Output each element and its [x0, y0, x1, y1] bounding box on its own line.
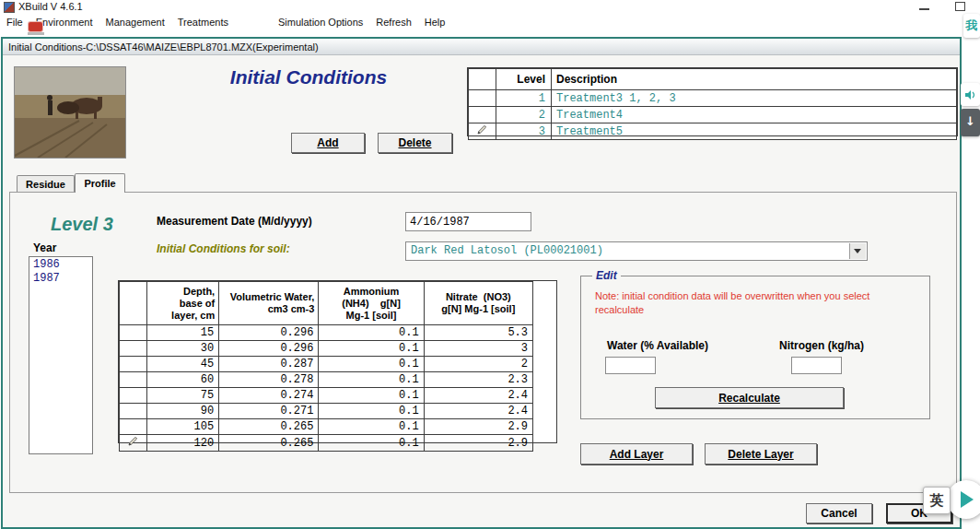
- water-cell[interactable]: 0.296: [219, 341, 319, 357]
- depth-cell[interactable]: 75: [147, 388, 219, 404]
- level-cell[interactable]: 1: [496, 90, 552, 107]
- menu-treatments[interactable]: Treatments: [171, 17, 235, 28]
- row-selector-cell[interactable]: [120, 388, 147, 404]
- levels-row[interactable]: 3Treatment5: [469, 123, 957, 140]
- nitrate-header: Nitrate (NO3) g[N] Mg-1 [soil]: [424, 282, 532, 325]
- depth-cell[interactable]: 90: [147, 404, 219, 419]
- menu-management[interactable]: Management: [99, 17, 171, 28]
- water-cell[interactable]: 0.296: [219, 325, 319, 341]
- nitrate-cell[interactable]: 2.9: [424, 419, 532, 435]
- levels-row[interactable]: 2Treatment4: [469, 107, 957, 123]
- depth-cell[interactable]: 30: [147, 341, 219, 357]
- levels-table: Level Description 1Treatment3 1, 2, 32Tr…: [467, 67, 958, 136]
- levels-description-header: Description: [552, 69, 957, 90]
- layer-row[interactable]: 900.2710.12.4: [120, 404, 533, 419]
- minimize-icon[interactable]: [919, 8, 929, 10]
- description-cell[interactable]: Treatment4: [552, 107, 957, 123]
- ime-indicator[interactable]: 英: [923, 487, 951, 514]
- menu-simulation-options[interactable]: Simulation Options: [272, 17, 369, 28]
- child-titlebar[interactable]: Initial Conditions-C:\DSSAT46\MAIZE\EBPL…: [3, 39, 960, 55]
- nitrate-cell[interactable]: 2: [424, 357, 532, 372]
- menubar: File Environment Management Treatments S…: [0, 14, 980, 29]
- tab-residue[interactable]: Residue: [17, 175, 75, 192]
- row-selector-cell[interactable]: [120, 435, 147, 452]
- dropdown-arrow-icon[interactable]: [849, 243, 866, 259]
- nitrate-cell[interactable]: 2.9: [424, 435, 532, 452]
- nitrate-cell[interactable]: 2.3: [424, 372, 532, 388]
- ammonium-cell[interactable]: 0.1: [319, 372, 424, 388]
- depth-cell[interactable]: 45: [147, 357, 219, 372]
- ammonium-cell[interactable]: 0.1: [319, 388, 424, 404]
- menu-refresh[interactable]: Refresh: [369, 17, 418, 28]
- layer-row[interactable]: 150.2960.15.3: [120, 325, 533, 341]
- menu-help[interactable]: Help: [418, 17, 452, 28]
- delete-layer-button[interactable]: Delete Layer: [705, 443, 817, 464]
- row-selector-cell[interactable]: [120, 372, 147, 388]
- row-selector-cell[interactable]: [120, 404, 147, 419]
- row-selector-cell[interactable]: [120, 341, 147, 357]
- delete-button[interactable]: Delete: [378, 133, 452, 153]
- tab-profile[interactable]: Profile: [75, 173, 125, 193]
- ammonium-cell[interactable]: 0.1: [319, 325, 424, 341]
- year-item[interactable]: 1987: [29, 272, 92, 286]
- nitrate-cell[interactable]: 3: [424, 341, 532, 357]
- row-selector-cell[interactable]: [120, 325, 147, 341]
- depth-cell[interactable]: 60: [147, 372, 219, 388]
- nitrogen-input[interactable]: [791, 357, 842, 374]
- layer-row[interactable]: 300.2960.13: [120, 341, 533, 357]
- speaker-icon[interactable]: [961, 83, 980, 106]
- layer-row[interactable]: 750.2740.12.4: [120, 388, 533, 404]
- side-toolbar-char-button[interactable]: 我: [963, 14, 980, 38]
- year-listbox[interactable]: 19861987: [29, 256, 93, 454]
- water-cell[interactable]: 0.278: [219, 372, 319, 388]
- ammonium-cell[interactable]: 0.1: [319, 435, 424, 452]
- level-cell[interactable]: 2: [496, 107, 552, 123]
- row-selector-cell[interactable]: [469, 123, 496, 140]
- water-cell[interactable]: 0.271: [219, 404, 319, 419]
- row-selector-cell[interactable]: [469, 107, 496, 123]
- row-selector-cell[interactable]: [120, 357, 147, 372]
- description-cell[interactable]: Treatment3 1, 2, 3: [552, 90, 957, 107]
- year-item[interactable]: 1986: [29, 258, 92, 272]
- maximize-icon[interactable]: [955, 2, 965, 11]
- nitrate-cell[interactable]: 5.3: [424, 325, 532, 341]
- description-cell[interactable]: Treatment5: [552, 123, 957, 140]
- levels-row[interactable]: 1Treatment3 1, 2, 3: [469, 90, 957, 107]
- small-red-badge-icon: [29, 22, 42, 31]
- row-selector-cell[interactable]: [120, 419, 147, 435]
- depth-cell[interactable]: 120: [147, 435, 219, 452]
- layer-row[interactable]: 450.2870.12: [120, 357, 533, 372]
- layer-row[interactable]: 600.2780.12.3: [120, 372, 533, 388]
- water-cell[interactable]: 0.265: [219, 435, 319, 452]
- add-button[interactable]: Add: [291, 133, 365, 153]
- nitrate-cell[interactable]: 2.4: [424, 404, 532, 419]
- assistant-play-button[interactable]: [947, 480, 980, 519]
- depth-cell[interactable]: 15: [147, 325, 219, 341]
- water-cell[interactable]: 0.274: [219, 388, 319, 404]
- ammonium-cell[interactable]: 0.1: [319, 341, 424, 357]
- depth-cell[interactable]: 105: [147, 419, 219, 435]
- ammonium-cell[interactable]: 0.1: [319, 357, 424, 372]
- measurement-date-input[interactable]: [405, 212, 531, 231]
- layers-header-row: Depth, base of layer, cm Volumetric Wate…: [120, 282, 533, 325]
- row-selector-cell[interactable]: [469, 90, 496, 107]
- menu-file[interactable]: File: [0, 17, 29, 28]
- water-cell[interactable]: 0.265: [219, 419, 319, 435]
- layer-row[interactable]: 1050.2650.12.9: [120, 419, 533, 435]
- level-cell[interactable]: 3: [496, 123, 552, 140]
- cancel-button[interactable]: Cancel: [806, 503, 872, 523]
- recalculate-button[interactable]: Recalculate: [655, 387, 844, 408]
- download-icon[interactable]: ↓: [961, 109, 980, 136]
- titlebar: XBuild V 4.6.1: [0, 0, 980, 14]
- layer-row[interactable]: 1200.2650.12.9: [120, 435, 533, 452]
- water-input[interactable]: [605, 357, 656, 374]
- ammonium-header: Ammonium (NH4) g[N] Mg-1 [soil]: [319, 282, 424, 325]
- ammonium-cell[interactable]: 0.1: [319, 404, 424, 419]
- pencil-icon: [128, 436, 138, 446]
- water-cell[interactable]: 0.287: [219, 357, 319, 372]
- nitrate-cell[interactable]: 2.4: [424, 388, 532, 404]
- soil-combobox[interactable]: Dark Red Latosol (PL00021001): [405, 241, 868, 261]
- child-title: Initial Conditions-C:\DSSAT46\MAIZE\EBPL…: [8, 41, 319, 53]
- add-layer-button[interactable]: Add Layer: [580, 443, 693, 464]
- ammonium-cell[interactable]: 0.1: [319, 419, 424, 435]
